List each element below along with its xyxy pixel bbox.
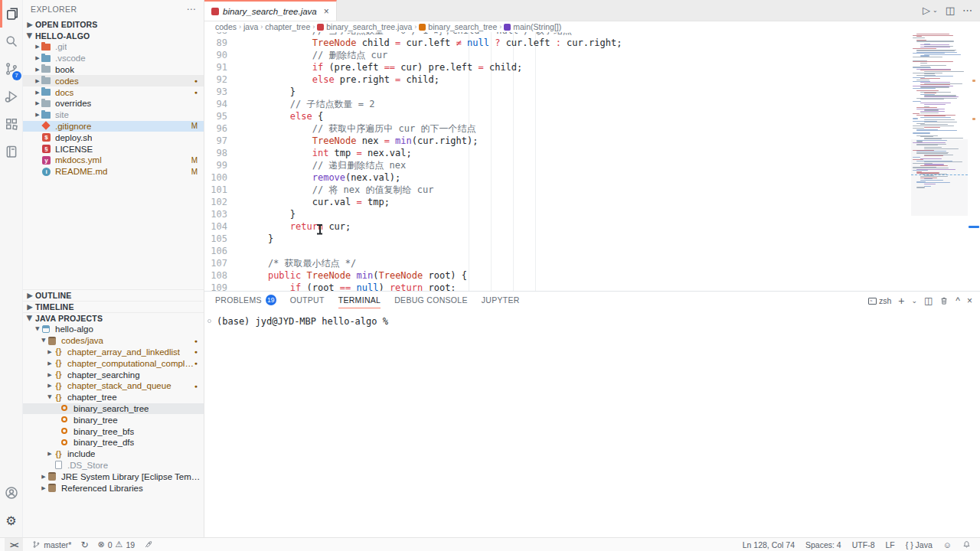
- chevron-icon[interactable]: ▶: [34, 67, 41, 73]
- tab-close-icon[interactable]: ×: [324, 6, 329, 17]
- shell-selector[interactable]: > zsh: [868, 296, 891, 305]
- panel-tab-problems[interactable]: PROBLEMS19: [215, 292, 276, 308]
- terminal-dropdown-icon[interactable]: ⌄: [911, 297, 917, 305]
- search-icon[interactable]: [0, 28, 23, 55]
- breadcrumb-item[interactable]: binary_search_tree.java: [326, 22, 412, 31]
- run-file-button[interactable]: ▷: [923, 5, 930, 16]
- code-editor[interactable]: 88 // 当子结点数量 = 0 / 1 时，child = null / 该子…: [204, 32, 980, 291]
- tree-item-binary_tree[interactable]: binary_tree: [23, 414, 204, 425]
- tree-item-.git[interactable]: ▶.git: [23, 41, 204, 53]
- account-icon[interactable]: [0, 479, 23, 507]
- code-line-95[interactable]: 95 else {: [204, 110, 910, 122]
- code-line-101[interactable]: 101 // 将 nex 的值复制给 cur: [204, 184, 910, 196]
- kill-terminal-icon[interactable]: [939, 296, 949, 305]
- tree-item-codes[interactable]: ▶codes●: [23, 75, 204, 86]
- tree-item-.vscode[interactable]: ▶.vscode: [23, 53, 204, 64]
- code-line-108[interactable]: 108 public TreeNode min(TreeNode root) {: [204, 269, 910, 282]
- tree-item-binary_search_tree[interactable]: binary_search_tree: [23, 403, 204, 415]
- outline-header[interactable]: ▶OUTLINE: [23, 289, 204, 301]
- chevron-icon[interactable]: ▶: [34, 90, 41, 96]
- code-line-90[interactable]: 90 // 删除结点 cur: [204, 49, 910, 61]
- breadcrumb-item[interactable]: java: [243, 22, 258, 31]
- tree-item-chapter_stack_and_queue[interactable]: ▶{}chapter_stack_and_queue●: [23, 380, 204, 392]
- code-line-100[interactable]: 100 remove(nex.val);: [204, 171, 910, 184]
- breadcrumb-item[interactable]: codes: [215, 22, 237, 31]
- minimap[interactable]: [911, 32, 968, 291]
- tree-item-site[interactable]: ▶site: [23, 109, 204, 121]
- code-line-105[interactable]: 105 }: [204, 233, 910, 245]
- timeline-header[interactable]: ▶TIMELINE: [23, 301, 204, 312]
- tree-item-chapter_searching[interactable]: ▶{}chapter_searching: [23, 369, 204, 380]
- tree-item-jresystemlibraryeclipsetemurin1717[interactable]: ▶JRE System Library [Eclipse Temurin 17 …: [23, 471, 204, 482]
- extensions-icon[interactable]: [0, 110, 23, 138]
- code-line-91[interactable]: 91 if (pre.left == cur) pre.left = child…: [204, 61, 910, 73]
- code-line-104[interactable]: 104 return cur;: [204, 220, 910, 233]
- chevron-icon[interactable]: ▶: [40, 474, 47, 480]
- tree-item-docs[interactable]: ▶docs●: [23, 86, 204, 98]
- split-editor-icon[interactable]: ◫: [946, 5, 955, 16]
- maximize-panel-icon[interactable]: ^: [956, 295, 960, 306]
- notifications-bell-icon[interactable]: [962, 540, 971, 549]
- problems-summary[interactable]: ⊗0 ⚠19: [98, 540, 136, 549]
- chevron-icon[interactable]: ▶: [40, 485, 47, 491]
- new-terminal-icon[interactable]: +: [898, 295, 904, 307]
- git-branch-item[interactable]: master*: [32, 540, 71, 549]
- chevron-icon[interactable]: ▶: [46, 383, 54, 389]
- code-line-93[interactable]: 93 }: [204, 86, 910, 98]
- code-line-102[interactable]: 102 cur.val = tmp;: [204, 196, 910, 208]
- code-line-97[interactable]: 97 TreeNode nex = min(cur.right);: [204, 135, 910, 147]
- breadcrumb-item[interactable]: binary_search_tree: [428, 22, 497, 31]
- sync-button[interactable]: ↻: [80, 540, 88, 550]
- code-line-103[interactable]: 103 }: [204, 208, 910, 220]
- workspace-root-header[interactable]: ▶HELLO-ALGO: [23, 30, 204, 41]
- tab-binary-search-tree[interactable]: binary_search_tree.java ×: [204, 0, 337, 21]
- tree-item-mkdocs.yml[interactable]: ymkdocs.ymlM: [23, 155, 204, 166]
- breadcrumb[interactable]: codes›java›chapter_tree›binary_search_tr…: [204, 21, 980, 32]
- chevron-icon[interactable]: ▶: [34, 78, 41, 84]
- chevron-icon[interactable]: ▶: [46, 451, 54, 457]
- code-line-106[interactable]: 106: [204, 245, 910, 257]
- java-projects-header[interactable]: ▶JAVA PROJECTS: [23, 312, 204, 324]
- tree-item-binary_tree_dfs[interactable]: binary_tree_dfs: [23, 437, 204, 448]
- indentation[interactable]: Spaces: 4: [805, 540, 841, 549]
- tree-item-referencedlibraries[interactable]: ▶Referenced Libraries: [23, 482, 204, 494]
- chevron-icon[interactable]: ▶: [47, 393, 53, 401]
- breadcrumb-item[interactable]: main(String[]): [513, 22, 561, 31]
- panel-tab-jupyter[interactable]: JUPYTER: [482, 292, 520, 308]
- remote-indicator[interactable]: ><: [5, 538, 23, 551]
- tree-item-binary_tree_bfs[interactable]: binary_tree_bfs: [23, 425, 204, 437]
- breadcrumb-item[interactable]: chapter_tree: [265, 22, 310, 31]
- tree-item-overrides[interactable]: ▶overrides: [23, 98, 204, 109]
- tree-item-hello-algo[interactable]: ▶hello-algo: [23, 324, 204, 335]
- language-mode[interactable]: { } Java: [906, 540, 933, 549]
- code-line-109[interactable]: 109 if (root == null) return root;: [204, 282, 910, 291]
- editor-more-actions-icon[interactable]: ⋯: [962, 5, 972, 16]
- tree-item-chapter_array_and_linkedlist[interactable]: ▶{}chapter_array_and_linkedlist●: [23, 347, 204, 358]
- chevron-icon[interactable]: ▶: [34, 100, 41, 106]
- tree-item-chapter_tree[interactable]: ▶{}chapter_tree: [23, 392, 204, 403]
- chevron-icon[interactable]: ▶: [34, 55, 41, 61]
- cursor-position[interactable]: Ln 128, Col 74: [743, 540, 795, 549]
- close-panel-icon[interactable]: ×: [967, 295, 972, 306]
- code-line-107[interactable]: 107 /* 获取最小结点 */: [204, 257, 910, 269]
- explorer-icon[interactable]: [0, 0, 23, 28]
- source-control-icon[interactable]: 7: [0, 55, 23, 83]
- chevron-icon[interactable]: ▶: [46, 349, 54, 355]
- explorer-more-actions-icon[interactable]: ⋯: [187, 4, 196, 15]
- terminal-output[interactable]: (base) jyd@JYD-MBP hello-algo %: [204, 308, 980, 327]
- encoding[interactable]: UTF-8: [852, 540, 875, 549]
- chevron-icon[interactable]: ▶: [34, 325, 41, 333]
- tree-item-codesjava[interactable]: ▶codes/java●: [23, 335, 204, 347]
- tree-item-include[interactable]: ▶{}include: [23, 448, 204, 460]
- eol-sequence[interactable]: LF: [885, 540, 894, 549]
- chevron-icon[interactable]: ▶: [34, 44, 41, 50]
- run-debug-icon[interactable]: [0, 83, 23, 110]
- code-line-98[interactable]: 98 int tmp = nex.val;: [204, 147, 910, 159]
- feedback-icon[interactable]: ☺: [943, 540, 952, 549]
- code-line-99[interactable]: 99 // 递归删除结点 nex: [204, 159, 910, 171]
- tree-item-book[interactable]: ▶book: [23, 64, 204, 76]
- panel-tab-debug-console[interactable]: DEBUG CONSOLE: [394, 292, 468, 308]
- settings-gear-icon[interactable]: ⚙: [0, 507, 23, 534]
- code-line-96[interactable]: 96 // 获取中序遍历中 cur 的下一个结点: [204, 122, 910, 135]
- open-editors-header[interactable]: ▶OPEN EDITORS: [23, 18, 204, 30]
